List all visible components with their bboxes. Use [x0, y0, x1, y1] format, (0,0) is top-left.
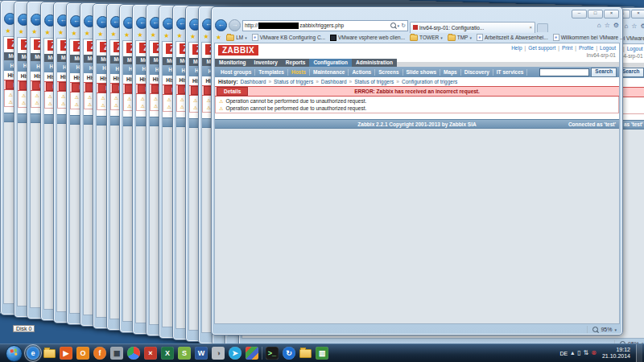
favorites-star-icon[interactable]: ★ [177, 32, 183, 39]
favorite-item-1[interactable]: eVMware KB Configuring C... [252, 34, 325, 41]
nav-monitoring[interactable]: Monitoring [215, 59, 250, 67]
favorites-star-icon[interactable]: ★ [163, 32, 169, 39]
taskbar-gray-app-icon[interactable]: ▦ [110, 347, 123, 360]
taskbar-clock[interactable]: 19:12 21.10.2014 [602, 347, 630, 360]
nav-screens[interactable]: Screens [375, 69, 402, 76]
nav-it-services[interactable]: IT services [493, 69, 528, 76]
maximize-button[interactable]: □ [588, 10, 603, 19]
header-link-help[interactable]: Help [511, 45, 522, 51]
favorites-star-icon[interactable]: ★ [45, 29, 51, 36]
tray-battery-icon[interactable]: ▯ [577, 350, 580, 356]
history-crumb[interactable]: Dashboard [241, 79, 266, 84]
minimize-button[interactable]: – [572, 10, 587, 19]
favorites-star-icon[interactable]: ★ [19, 28, 24, 35]
taskbar-green-app-icon[interactable]: S [178, 347, 191, 360]
home-icon[interactable]: ⌂ [597, 22, 601, 29]
zoom-level[interactable]: 95% [601, 327, 612, 332]
favorites-star-icon[interactable]: ★ [151, 31, 156, 39]
nav-configuration[interactable]: Configuration [309, 59, 352, 67]
search-button[interactable]: Search [591, 68, 617, 77]
favorite-item-6[interactable]: eWillkommen bei VMware ... [553, 34, 622, 41]
address-bar[interactable]: http:// zabbix/triggers.php ▾ ↻ [242, 20, 408, 31]
browser-tab[interactable]: lnv64-srp-01: Configuratio... × [410, 22, 535, 33]
favorite-item-2[interactable]: VMware vsphere web clien... [330, 35, 405, 41]
nav-administration[interactable]: Administration [352, 59, 397, 67]
taskbar-console-icon[interactable]: >_ [266, 347, 279, 360]
chevron-down-icon[interactable]: ▾ [398, 23, 400, 28]
favorites-star-icon[interactable]: ★ [190, 33, 196, 40]
favorites-star-icon[interactable]: ★ [97, 31, 103, 38]
search-input[interactable] [539, 68, 589, 76]
history-crumb[interactable]: Dashboard [321, 79, 347, 84]
tab-close-icon[interactable]: × [529, 25, 532, 30]
header-link-profile[interactable]: Profile [579, 45, 593, 51]
gear-icon[interactable]: ⚙ [640, 23, 644, 30]
favorites-star-icon[interactable]: ★ [216, 34, 221, 41]
back-button[interactable]: ← [215, 19, 227, 31]
zoom-magnifier-icon[interactable] [592, 327, 598, 332]
nav-actions[interactable]: Actions [349, 69, 375, 76]
favorites-star-icon[interactable]: ★ [58, 29, 64, 36]
nav-slide-shows[interactable]: Slide shows [403, 69, 441, 76]
taskbar-outlook-icon[interactable]: O [76, 347, 89, 360]
taskbar-red-tool-icon[interactable]: × [144, 347, 157, 360]
nav-inventory[interactable]: Inventory [250, 59, 282, 67]
window-titlebar[interactable]: – □ × [212, 7, 622, 19]
taskbar-sync-icon[interactable]: ↻ [283, 347, 295, 360]
taskbar-messenger-icon[interactable]: ➤ [229, 347, 242, 360]
header-link-print[interactable]: Print [562, 45, 572, 51]
header-link-logout[interactable]: Logout [600, 45, 616, 51]
taskbar-office-icon[interactable] [246, 347, 258, 360]
tray-language[interactable]: DE [559, 351, 568, 356]
nav-templates[interactable]: Templates [255, 69, 288, 76]
nav-host-groups[interactable]: Host groups [217, 69, 255, 76]
favorite-item-3[interactable]: TOWER▾ [410, 35, 443, 41]
browser-window[interactable]: – □ × ← → http:// zabbix/triggers.php ▾ … [211, 6, 623, 335]
favorites-icon[interactable]: ☆ [631, 23, 637, 30]
search-icon[interactable] [390, 23, 396, 28]
favorite-item-5[interactable]: eArbeitszeit & Abwesenhei... [477, 34, 548, 41]
nav-maps[interactable]: Maps [440, 69, 461, 76]
header-link-get-support[interactable]: Get support [528, 45, 555, 51]
taskbar-chrome-icon[interactable] [127, 347, 140, 360]
header-link-logout[interactable]: Logout [627, 46, 643, 51]
home-icon[interactable]: ⌂ [624, 23, 628, 30]
show-desktop-button[interactable] [636, 344, 642, 362]
nav-hosts[interactable]: Hosts [288, 69, 310, 76]
favorite-item-4[interactable]: TMP▾ [448, 35, 472, 41]
forward-button[interactable]: → [229, 19, 241, 31]
favorites-star-icon[interactable]: ★ [71, 30, 76, 37]
tray-hidden-icons-button[interactable]: ▴ [571, 350, 574, 356]
tray-network-icon[interactable]: ⇅ [584, 350, 589, 356]
favorites-star-icon[interactable]: ★ [203, 33, 208, 40]
taskbar-firefox-icon[interactable]: f [93, 347, 106, 360]
taskbar-excel-icon[interactable]: X [161, 347, 174, 360]
favorites-star-icon[interactable]: ★ [137, 31, 142, 39]
nav-reports[interactable]: Reports [282, 59, 310, 67]
favorites-star-icon[interactable]: ★ [111, 31, 117, 38]
nav-discovery[interactable]: Discovery [461, 69, 493, 76]
history-crumb[interactable]: Status of triggers [354, 79, 394, 84]
details-button[interactable]: Details [217, 87, 248, 96]
refresh-icon[interactable]: ↻ [401, 23, 406, 29]
favorites-star-icon[interactable]: ★ [5, 27, 10, 35]
zoom-caret-icon[interactable]: ▾ [614, 327, 617, 332]
taskbar-ie-icon[interactable]: e [27, 347, 39, 360]
history-crumb[interactable]: Configuration of triggers [402, 79, 457, 84]
start-button[interactable] [6, 345, 23, 362]
taskbar-media-icon[interactable]: ▶ [60, 347, 72, 360]
favorites-icon[interactable]: ☆ [605, 22, 610, 29]
taskbar-screen-icon[interactable]: ▥ [316, 347, 328, 360]
close-button[interactable]: × [604, 10, 619, 19]
tray-alert-icon[interactable]: ⊗ [591, 350, 597, 356]
favorites-star-icon[interactable]: ★ [124, 31, 130, 39]
history-crumb[interactable]: Status of triggers [274, 79, 313, 84]
taskbar-explorer-icon[interactable] [43, 349, 56, 358]
close-button[interactable]: × [631, 10, 644, 19]
taskbar-word-icon[interactable]: W [195, 347, 208, 360]
gear-icon[interactable]: ⚙ [613, 22, 619, 29]
new-tab-button[interactable] [537, 23, 548, 32]
taskbar-paint-icon[interactable]: ◑ [212, 347, 225, 360]
favorite-item-0[interactable]: LM▾ [226, 35, 247, 41]
zabbix-logo[interactable]: ZABBIX [218, 45, 258, 56]
